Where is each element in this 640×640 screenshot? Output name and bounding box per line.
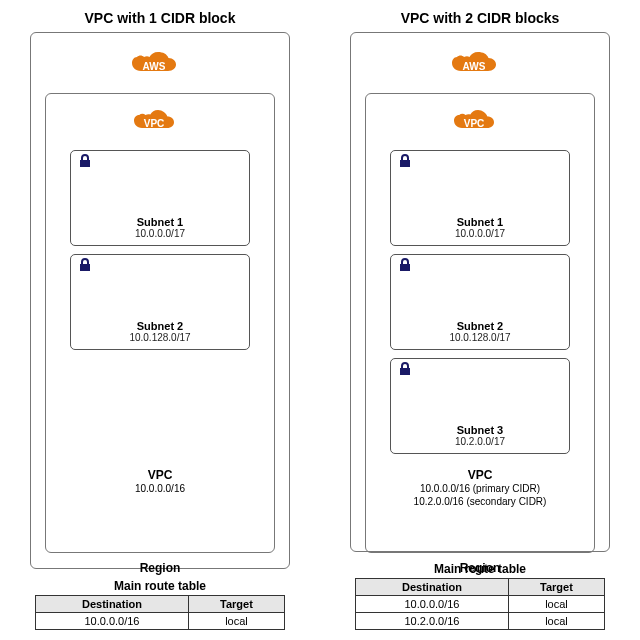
lock-icon [77, 257, 93, 277]
subnet-name: Subnet 1 [137, 216, 183, 228]
rt-header-destination: Destination [36, 596, 189, 613]
rt-cell-dest: 10.2.0.0/16 [356, 613, 509, 630]
region-box: AWS VPC Subnet 1 10.0.0.0/17 [350, 32, 610, 552]
subnet-cidr: 10.0.128.0/17 [129, 332, 190, 343]
rt-cell-target: local [188, 613, 284, 630]
subnet-name: Subnet 3 [457, 424, 503, 436]
subnet-name: Subnet 2 [457, 320, 503, 332]
subnet-box-2: Subnet 2 10.0.128.0/17 [390, 254, 570, 350]
subnet-name: Subnet 2 [137, 320, 183, 332]
lock-icon [397, 361, 413, 381]
vpc-box: VPC Subnet 1 10.0.0.0/17 Subnet 2 10.0.1… [365, 93, 595, 553]
rt-cell-target: local [508, 613, 604, 630]
subnet-cidr: 10.0.0.0/17 [455, 228, 505, 239]
table-row: 10.0.0.0/16 local [356, 596, 605, 613]
vpc-two-cidr-column: VPC with 2 CIDR blocks AWS VPC Subnet 1 … [340, 10, 620, 630]
vpc-box: VPC Subnet 1 10.0.0.0/17 Subnet 2 10.0.1… [45, 93, 275, 553]
rt-cell-target: local [508, 596, 604, 613]
aws-cloud-icon: AWS [450, 50, 498, 82]
aws-cloud-icon: AWS [130, 50, 178, 82]
subnet-box-3: Subnet 3 10.2.0.0/17 [390, 358, 570, 454]
vpc-label: VPC [414, 468, 547, 482]
lock-icon [77, 153, 93, 173]
vpc-single-cidr-column: VPC with 1 CIDR block AWS VPC Subnet 1 1… [20, 10, 300, 630]
vpc-cloud-icon: VPC [452, 108, 496, 138]
table-row: 10.2.0.0/16 local [356, 613, 605, 630]
region-label: Region [140, 561, 181, 575]
subnet-box-1: Subnet 1 10.0.0.0/17 [390, 150, 570, 246]
rt-cell-dest: 10.0.0.0/16 [356, 596, 509, 613]
rt-header-target: Target [188, 596, 284, 613]
route-table: Destination Target 10.0.0.0/16 local [35, 595, 285, 630]
vpc-footer: VPC 10.0.0.0/16 (primary CIDR) 10.2.0.0/… [414, 468, 547, 508]
subnets-area: Subnet 1 10.0.0.0/17 Subnet 2 10.0.128.0… [70, 150, 250, 358]
rt-header-target: Target [508, 579, 604, 596]
subnet-cidr: 10.0.0.0/17 [135, 228, 185, 239]
rt-header-destination: Destination [356, 579, 509, 596]
subnets-area: Subnet 1 10.0.0.0/17 Subnet 2 10.0.128.0… [390, 150, 570, 462]
subnet-name: Subnet 1 [457, 216, 503, 228]
region-box: AWS VPC Subnet 1 10.0.0.0/17 [30, 32, 290, 569]
aws-badge-label: AWS [143, 61, 166, 72]
column-title: VPC with 2 CIDR blocks [401, 10, 560, 26]
subnet-box-2: Subnet 2 10.0.128.0/17 [70, 254, 250, 350]
region-label: Region [460, 561, 501, 575]
subnet-box-1: Subnet 1 10.0.0.0/17 [70, 150, 250, 246]
aws-badge-label: AWS [463, 61, 486, 72]
route-table-title: Main route table [114, 579, 206, 593]
vpc-badge-label: VPC [464, 118, 485, 129]
vpc-cidr-text: 10.0.0.0/16 [135, 482, 185, 495]
table-row: 10.0.0.0/16 local [36, 613, 285, 630]
rt-cell-dest: 10.0.0.0/16 [36, 613, 189, 630]
lock-icon [397, 153, 413, 173]
column-title: VPC with 1 CIDR block [85, 10, 236, 26]
vpc-footer: VPC 10.0.0.0/16 [135, 468, 185, 495]
subnet-cidr: 10.0.128.0/17 [449, 332, 510, 343]
vpc-cloud-icon: VPC [132, 108, 176, 138]
vpc-label: VPC [135, 468, 185, 482]
vpc-cidr-text: 10.0.0.0/16 (primary CIDR) 10.2.0.0/16 (… [414, 482, 547, 508]
lock-icon [397, 257, 413, 277]
vpc-badge-label: VPC [144, 118, 165, 129]
subnet-cidr: 10.2.0.0/17 [455, 436, 505, 447]
route-table: Destination Target 10.0.0.0/16 local 10.… [355, 578, 605, 630]
